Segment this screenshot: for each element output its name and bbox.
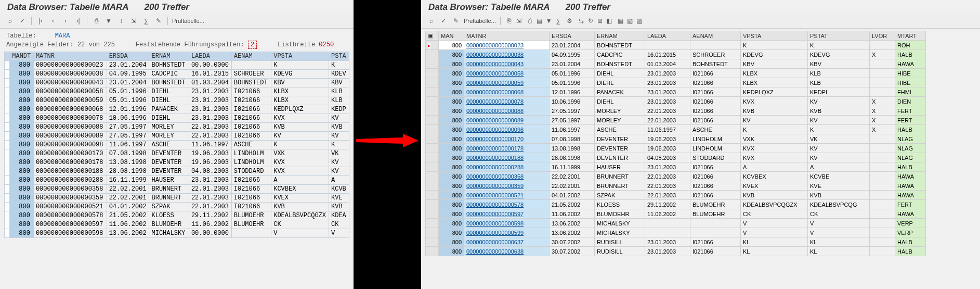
table-row[interactable]: 80000000000000000018828.08.1998DEVENTER0… — [426, 153, 926, 162]
toolbar-icon[interactable]: ▨ — [635, 16, 644, 26]
table-row[interactable]: 80000000000000000035822.02.2001BRUNNERT2… — [5, 184, 349, 193]
table-row[interactable]: 80000000000000000057821.05.2002KLOESS29.… — [426, 200, 926, 209]
export-icon[interactable]: ⇲ — [129, 16, 138, 26]
table-row[interactable]: 80000000000000000017007.08.1998DEVENTER1… — [5, 149, 349, 158]
table-row[interactable]: 80000000000000000017813.08.1998DEVENTER1… — [5, 158, 349, 167]
select-all-icon[interactable]: ▣ — [426, 31, 439, 41]
table-row[interactable]: 80000000000000000017007.08.1998DEVENTER1… — [426, 134, 926, 144]
col-header[interactable]: MAN — [439, 31, 464, 41]
table-row[interactable]: 80000000000000000008927.05.1997MORLEY22.… — [426, 116, 926, 125]
matnr-link[interactable]: 000000000000000599 — [464, 228, 550, 237]
matnr-link[interactable]: 000000000000000359 — [464, 181, 550, 191]
matnr-link[interactable]: 000000000000000358 — [464, 172, 550, 181]
table-row[interactable]: 80000000000000000003804.09.1995CADCPIC16… — [426, 50, 926, 59]
table-row[interactable]: 80000000000000000005805.01.1996DIEHL23.0… — [5, 87, 349, 96]
matnr-link[interactable]: 000000000000000178 — [464, 144, 550, 153]
toolbar-icon[interactable]: ⇲ — [514, 16, 524, 26]
table-row[interactable]: 80000000000000000007810.06.1996DIEHL23.0… — [5, 114, 349, 122]
toolbar-icon[interactable]: ⎘ — [505, 16, 514, 26]
table-row[interactable]: 80000000000000000035822.02.2001BRUNNERT2… — [426, 172, 926, 181]
matnr-link[interactable]: 000000000000000058 — [464, 69, 550, 78]
table-row[interactable]: 80000000000000000035922.02.2001BRUNNERT2… — [426, 181, 926, 191]
table-row[interactable]: 80000000000000000003804.09.1995CADCPIC16… — [5, 69, 349, 78]
col-header[interactable] — [5, 52, 10, 60]
table-row[interactable]: 80000000000000000004323.01.2004BOHNSTEDT… — [5, 78, 349, 87]
table-row[interactable]: 80000000000000000008927.05.1997MORLEY22.… — [5, 131, 349, 140]
check-icon[interactable]: ✓ — [18, 16, 27, 26]
check-icon[interactable]: ✓ — [439, 16, 448, 26]
check-table-button[interactable]: Prüftabelle... — [172, 18, 204, 24]
table-row[interactable]: 80000000000000000063730.07.2002RUDISILL2… — [426, 237, 926, 247]
toolbar-icon[interactable]: ⊞ — [595, 16, 605, 26]
alv-table[interactable]: ▣MANMATNRERSDAERNAMLAEDAAENAMVPSTAPSTATL… — [425, 31, 926, 256]
classic-table[interactable]: MANDTMATNRERSDAERNAMLAEDAAENAMVPSTAPSTA … — [4, 52, 349, 238]
table-row[interactable]: 80000000000000000018828.08.1998DEVENTER0… — [5, 167, 349, 175]
table-row[interactable]: 80000000000000000008827.05.1997MORLEY22.… — [426, 106, 926, 116]
col-header[interactable]: MANDT — [10, 52, 34, 60]
toolbar-icon[interactable]: ▦ — [616, 16, 625, 26]
table-row[interactable]: 80000000000000000008827.05.1997MORLEY22.… — [5, 122, 349, 131]
col-header[interactable]: VPSTA — [741, 31, 808, 41]
matnr-link[interactable]: 000000000000000023 — [464, 41, 550, 50]
table-row[interactable]: 80000000000000000009811.06.1997ASCHE11.0… — [5, 140, 349, 149]
matnr-link[interactable]: 000000000000000288 — [464, 162, 550, 172]
matnr-link[interactable]: 000000000000000521 — [464, 191, 550, 200]
table-row[interactable]: 80000000000000000005905.01.1996DIEHL23.0… — [5, 96, 349, 105]
matnr-link[interactable]: 000000000000000078 — [464, 97, 550, 106]
col-header[interactable]: AENAM — [690, 31, 741, 41]
table-row[interactable]: 80000000000000000005905.01.1996DIEHL23.0… — [426, 78, 926, 87]
table-row[interactable]: 80000000000000000006812.01.1996PANACEK23… — [426, 87, 926, 97]
col-header[interactable]: ERSDA — [550, 31, 595, 41]
table-row[interactable]: 80000000000000000059813.06.2002MICHALSKY… — [426, 219, 926, 228]
col-header[interactable]: ERNAM — [595, 31, 645, 41]
table-row[interactable]: 80000000000000000002323.01.2004BOHNSTEDT… — [5, 60, 349, 69]
table-row[interactable]: 80000000000000000009811.06.1997ASCHE11.0… — [426, 125, 926, 134]
table-row[interactable]: 80000000000000000059711.06.2002BLUMOEHR1… — [426, 209, 926, 219]
matnr-link[interactable]: 000000000000000098 — [464, 125, 550, 134]
col-header[interactable]: LAEDA — [189, 52, 231, 60]
col-header[interactable]: MATNR — [33, 52, 107, 60]
settings-icon[interactable]: ✎ — [154, 16, 163, 26]
table-row[interactable]: 80000000000000000004323.01.2004BOHNSTEDT… — [426, 59, 926, 69]
table-row[interactable]: 80000000000000000028816.11.1999HAUSER23.… — [5, 175, 349, 184]
table-row[interactable]: 80000000000000000059913.06.2002MICHALSKY… — [426, 228, 926, 237]
matnr-link[interactable]: 000000000000000068 — [464, 87, 550, 97]
matnr-link[interactable]: 000000000000000059 — [464, 78, 550, 87]
toolbar-icon[interactable]: ◧ — [605, 16, 614, 26]
table-row[interactable]: 80000000000000000028816.11.1999HAUSER23.… — [426, 162, 926, 172]
matnr-link[interactable]: 000000000000000043 — [464, 59, 550, 69]
print-icon[interactable]: ⎙ — [92, 16, 101, 26]
toolbar-icon[interactable]: ∑ — [554, 16, 563, 26]
glasses-icon[interactable]: ⌕ — [426, 16, 436, 26]
table-row[interactable]: 80000000000000000057821.05.2002KLOESS29.… — [5, 211, 349, 220]
next-page-icon[interactable]: › — [61, 16, 70, 26]
matnr-link[interactable]: 000000000000000088 — [464, 106, 550, 116]
col-header[interactable]: VPSTA — [271, 52, 329, 60]
col-header[interactable]: PSTAT — [808, 31, 870, 41]
fixed-cols-value[interactable]: 2 — [248, 41, 257, 49]
toolbar-icon[interactable]: ↻ — [586, 16, 595, 26]
col-header[interactable]: ERSDA — [107, 52, 149, 60]
table-row[interactable]: ▸80000000000000000002323.01.2004BOHNSTED… — [426, 41, 926, 50]
toolbar-icon[interactable]: ▤ — [535, 16, 544, 26]
table-row[interactable]: 80000000000000000063830.07.2002RUDISILL2… — [426, 247, 926, 256]
table-row[interactable]: 80000000000000000007810.06.1996DIEHL23.0… — [426, 97, 926, 106]
wrench-icon[interactable]: ✎ — [451, 16, 461, 26]
col-header[interactable]: LVOR — [870, 31, 895, 41]
table-row[interactable]: 80000000000000000052104.01.2002SZPAK22.0… — [426, 191, 926, 200]
matnr-link[interactable]: 000000000000000637 — [464, 237, 550, 247]
last-page-icon[interactable]: ›| — [73, 16, 83, 26]
toolbar-icon[interactable]: ⎙ — [526, 16, 535, 26]
col-header[interactable]: PSTA — [329, 52, 349, 60]
toolbar-icon[interactable]: ⚙ — [565, 16, 574, 26]
matnr-link[interactable]: 000000000000000038 — [464, 50, 550, 59]
filter-icon[interactable]: ▼ — [104, 16, 113, 26]
col-header[interactable]: AENAM — [231, 52, 271, 60]
table-row[interactable]: 80000000000000000059813.06.2002MICHALSKY… — [5, 229, 349, 237]
table-row[interactable]: 80000000000000000017813.08.1998DEVENTER1… — [426, 144, 926, 153]
col-header[interactable]: MATNR — [464, 31, 550, 41]
table-row[interactable]: 80000000000000000059711.06.2002BLUMOEHR1… — [5, 220, 349, 229]
toolbar-icon[interactable]: ▧ — [625, 16, 635, 26]
col-header[interactable]: MTART — [895, 31, 926, 41]
toolbar-icon[interactable]: ⇆ — [577, 16, 586, 26]
